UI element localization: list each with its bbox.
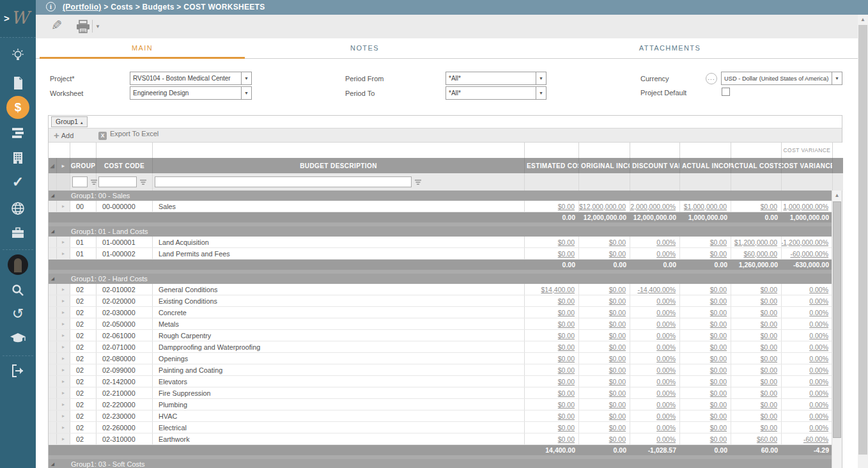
value-link[interactable]: 0.00% [809,320,828,328]
chevron-down-icon[interactable]: ▼ [241,87,251,99]
col-header-cost-variance[interactable]: COST VARIANCE [782,158,833,173]
value-link[interactable]: 1,000,000.00% [783,203,828,210]
description-filter-input[interactable] [155,176,412,187]
value-link[interactable]: $0.00 [710,366,727,374]
value-link[interactable]: 0.00% [656,332,676,339]
value-link[interactable]: $0.00 [710,435,727,443]
expand-row-icon[interactable]: ▸ [62,436,65,442]
chevron-down-icon[interactable]: ▼ [536,72,546,84]
col-header-actual-costs[interactable]: ACTUAL COSTS [731,158,782,173]
value-link[interactable]: 0.00% [809,286,828,293]
expand-header[interactable]: ▸ [57,158,70,173]
table-row[interactable]: ▸0202-260000Electrical$0.00$0.000.00%$0.… [49,422,833,433]
value-link[interactable]: $0.00 [609,435,626,443]
worksheet-select[interactable]: Engineering Design▼ [130,86,252,100]
value-link[interactable]: $0.00 [761,401,777,409]
value-link[interactable]: $0.00 [710,297,727,305]
export-to-excel-button[interactable]: XExport To Excel [98,130,159,140]
col-header-discount-variance[interactable]: DISCOUNT VARIANCE [630,158,680,173]
sidebar-expand-icon[interactable]: > [4,13,10,24]
value-link[interactable]: $0.00 [609,297,626,305]
expand-row-icon[interactable]: ▸ [62,332,65,338]
value-link[interactable]: $0.00 [761,203,777,210]
value-link[interactable]: 12,000,000.00% [630,203,676,210]
expand-cell[interactable]: ▸ [57,387,70,398]
value-link[interactable]: $0.00 [710,332,727,339]
scroll-up-icon[interactable]: ▲ [858,15,868,24]
value-link[interactable]: 0.00% [656,355,676,363]
value-link[interactable]: 0.00% [809,378,828,386]
value-link[interactable]: -1,200,000.00% [782,238,828,246]
history-icon[interactable]: ↺ [0,306,36,322]
value-link[interactable]: $0.00 [710,343,727,351]
value-link[interactable]: $0.00 [609,332,626,339]
expand-cell[interactable]: ▸ [57,364,70,375]
expand-cell[interactable]: ▸ [57,237,70,247]
document-icon[interactable] [0,75,36,93]
cost-code-filter-input[interactable] [98,176,137,187]
value-link[interactable]: 0.00% [656,401,676,409]
value-link[interactable]: $12,000,000.00 [579,203,626,210]
value-link[interactable]: $1,200,000.00 [734,238,777,246]
value-link[interactable]: $0.00 [761,412,777,420]
group-header-row[interactable]: ◢Group1: 01 - Land Costs [49,226,833,237]
scroll-up-icon[interactable]: ▲ [832,191,842,200]
value-link[interactable]: $0.00 [609,343,626,351]
expand-row-icon[interactable]: ▸ [62,321,65,327]
value-link[interactable]: $60.00 [757,435,777,443]
table-row[interactable]: ▸0202-020000Existing Conditions$0.00$0.0… [49,295,833,307]
collapse-icon[interactable]: ◢ [49,462,57,467]
expand-cell[interactable]: ▸ [57,284,70,295]
sign-out-icon[interactable] [0,363,36,381]
table-row[interactable]: ▸0202-310000Earthwork$0.00$0.000.00%$0.0… [49,433,833,445]
table-row[interactable]: ▸0202-210000Fire Suppression$0.00$0.000.… [49,387,833,399]
value-link[interactable]: $0.00 [710,238,727,246]
value-link[interactable]: $0.00 [609,320,626,328]
table-row[interactable]: ▸0202-030000Concrete$0.00$0.000.00%$0.00… [49,307,833,318]
value-link[interactable]: 0.00% [656,343,676,351]
value-link[interactable]: $0.00 [609,424,626,432]
value-link[interactable]: $0.00 [761,297,777,305]
group-header-row[interactable]: ◢Group1: 03 - Soft Costs [49,459,833,468]
value-link[interactable]: 0.00% [656,389,676,397]
value-link[interactable]: $60,000.00 [743,250,777,258]
value-link[interactable]: 0.00% [656,435,676,443]
value-link[interactable]: 0.00% [809,332,828,339]
value-link[interactable]: 0.00% [809,412,828,420]
value-link[interactable]: $0.00 [761,320,777,328]
edit-pencil-icon[interactable]: ✎ [51,18,63,33]
value-link[interactable]: $0.00 [558,309,575,316]
value-link[interactable]: $0.00 [761,332,777,339]
expand-row-icon[interactable]: ▸ [62,298,65,304]
value-link[interactable]: $0.00 [558,343,575,351]
value-link[interactable]: $1,000,000.00 [684,203,727,210]
value-link[interactable]: $0.00 [609,366,626,374]
group-header-row[interactable]: ◢Group1: 00 - Sales [49,191,833,201]
value-link[interactable]: 0.00% [656,238,676,246]
value-link[interactable]: -60,000.00% [790,250,828,258]
expand-cell[interactable]: ▸ [57,410,70,421]
value-link[interactable]: 0.00% [656,378,676,386]
value-link[interactable]: 0.00% [809,309,828,316]
value-link[interactable]: 0.00% [656,320,676,328]
print-icon[interactable] [75,20,91,36]
group-filter-input[interactable] [72,176,88,187]
table-row[interactable]: ▸0202-230000HVAC$0.00$0.000.00%$0.00$0.0… [49,410,833,422]
expand-row-icon[interactable]: ▸ [62,390,65,396]
value-link[interactable]: $0.00 [558,378,575,386]
project-select[interactable]: RVS0104 - Boston Medical Center▼ [130,72,252,85]
value-link[interactable]: $0.00 [710,286,727,293]
col-header-original-income[interactable]: ORIGINAL INCOME [579,158,630,173]
expand-cell[interactable]: ▸ [57,330,70,341]
table-row[interactable]: ▸0202-071000Dampproofing and Waterproofi… [49,341,833,353]
expand-cell[interactable]: ▸ [57,295,70,306]
tab-main[interactable]: MAIN [40,38,245,59]
expand-row-icon[interactable]: ▸ [62,344,65,350]
grid-scrollbar-thumb[interactable] [833,201,841,438]
expand-row-icon[interactable]: ▸ [62,413,65,419]
value-link[interactable]: $0.00 [558,203,575,210]
table-row[interactable]: ▸0202-010002General Conditions$14,400.00… [49,284,833,295]
value-link[interactable]: $0.00 [558,332,575,339]
value-link[interactable]: 0.00% [809,366,828,374]
add-button[interactable]: +Add [54,130,74,141]
